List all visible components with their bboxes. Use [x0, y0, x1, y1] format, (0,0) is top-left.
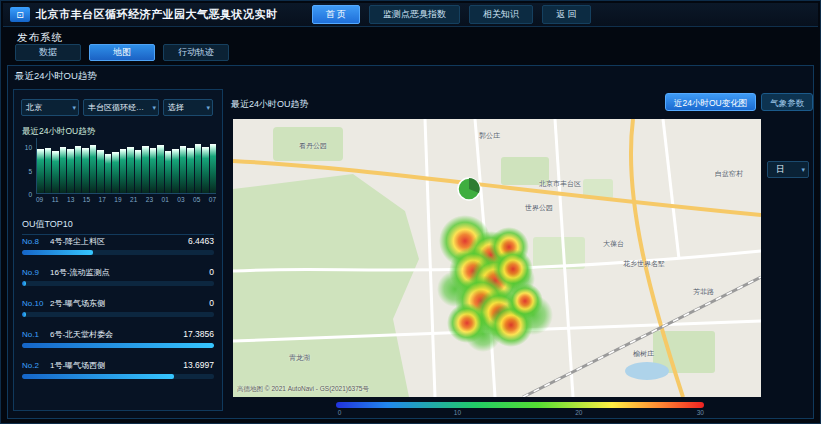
- city-select[interactable]: 北京 ▾: [21, 99, 79, 116]
- progress-track: [22, 250, 214, 255]
- heat-legend-gradient: [336, 402, 704, 408]
- map-label: 榆树庄: [633, 349, 654, 359]
- ou-value: 17.3856: [183, 329, 214, 339]
- station-name: 1号-曝气场西侧: [50, 360, 179, 371]
- trend-bars: [36, 138, 216, 194]
- view-tabs: 数据 地图 行动轨迹: [15, 44, 229, 61]
- chevron-down-icon: ▾: [72, 100, 76, 115]
- ou-change-chart-button[interactable]: 近24小时OU变化图: [665, 93, 756, 111]
- legend-tick: 10: [454, 409, 461, 416]
- left-panel: 北京 ▾ 丰台区循环经济产 ▾ 选择 ▾ 最近24小时OU趋势 1050 091…: [13, 89, 223, 411]
- station-name: 4号-降尘上料区: [50, 236, 184, 247]
- station-select[interactable]: 选择 ▾: [163, 99, 213, 116]
- district-select-value: 丰台区循环经济产: [88, 103, 152, 112]
- map-panel-title: 最近24小时OU趋势: [231, 98, 309, 111]
- top10-item: No.2 1号-曝气场西侧 13.6997: [22, 360, 214, 379]
- top10-item: No.8 4号-降尘上料区 6.4463: [22, 236, 214, 255]
- ou-value: 13.6997: [183, 360, 214, 370]
- main-panel-title: 最近24小时OU趋势: [15, 70, 97, 83]
- map-label: 看丹公园: [299, 141, 327, 151]
- chevron-down-icon: ▾: [152, 100, 156, 115]
- top10-item: No.1 6号-北天堂村委会 17.3856: [22, 329, 214, 348]
- nav-item-station-index[interactable]: 监测点恶臭指数: [369, 5, 460, 24]
- progress-fill: [22, 250, 93, 255]
- map-label: 北京市丰台区: [539, 179, 581, 189]
- ou-value: 6.4463: [188, 236, 214, 246]
- station-select-value: 选择: [168, 103, 184, 112]
- station-name: 6号-北天堂村委会: [50, 329, 179, 340]
- map-buttons: 近24小时OU变化图 气象参数: [665, 93, 813, 111]
- trend-x-axis: 091113151719212301030507: [36, 196, 216, 203]
- map-label: 白盆窑村: [715, 169, 743, 179]
- legend-tick: 20: [575, 409, 582, 416]
- legend-tick: 30: [697, 409, 704, 416]
- trend-chart-title: 最近24小时OU趋势: [22, 126, 95, 138]
- top10-list: No.8 4号-降尘上料区 6.4463 No.9 16号-流动监测点 0 No…: [22, 236, 214, 391]
- progress-fill: [22, 343, 214, 348]
- station-name: 16号-流动监测点: [50, 267, 205, 278]
- trend-chart: 1050 091113151719212301030507: [22, 138, 216, 210]
- top10-item: No.9 16号-流动监测点 0: [22, 267, 214, 286]
- tab-map[interactable]: 地图: [89, 44, 155, 61]
- main-nav: 首 页 监测点恶臭指数 相关知识 返 回: [312, 5, 591, 24]
- nav-item-knowledge[interactable]: 相关知识: [469, 5, 533, 24]
- progress-track: [22, 343, 214, 348]
- progress-fill: [22, 374, 174, 379]
- rank-label: No.8: [22, 237, 50, 246]
- heatmap-map[interactable]: 看丹公园 郭公庄 世界公园 北京市丰台区 白盆窑村 大葆台 花乡世界名墅 芳菲路…: [233, 119, 761, 397]
- station-name: 2号-曝气场东侧: [50, 298, 205, 309]
- filter-selects: 北京 ▾ 丰台区循环经济产 ▾ 选择 ▾: [21, 99, 213, 116]
- progress-track: [22, 281, 214, 286]
- weather-params-button[interactable]: 气象参数: [761, 93, 813, 111]
- top-bar: ⊡ 北京市丰台区循环经济产业园大气恶臭状况实时 首 页 监测点恶臭指数 相关知识…: [3, 3, 818, 27]
- trend-y-axis: 1050: [22, 138, 34, 194]
- progress-fill: [22, 281, 26, 286]
- pie-marker: [458, 178, 480, 200]
- progress-track: [22, 374, 214, 379]
- map-label: 花乡世界名墅: [623, 259, 665, 269]
- rank-label: No.2: [22, 361, 50, 370]
- top10-item: No.10 2号-曝气场东侧 0: [22, 298, 214, 317]
- city-select-value: 北京: [26, 103, 42, 112]
- period-select[interactable]: 日 ▾: [767, 161, 809, 178]
- progress-track: [22, 312, 214, 317]
- app-logo-icon: ⊡: [10, 7, 30, 22]
- district-select[interactable]: 丰台区循环经济产 ▾: [83, 99, 159, 116]
- map-label: 郭公庄: [479, 131, 500, 141]
- publish-system-label: 发布系统: [17, 31, 63, 45]
- rank-label: No.10: [22, 299, 50, 308]
- chevron-down-icon: ▾: [801, 162, 805, 177]
- tab-data[interactable]: 数据: [15, 44, 81, 61]
- tab-track[interactable]: 行动轨迹: [163, 44, 229, 61]
- nav-item-home[interactable]: 首 页: [312, 5, 361, 24]
- chevron-down-icon: ▾: [206, 100, 210, 115]
- map-label: 青龙湖: [289, 353, 310, 363]
- top10-title: OU值TOP10: [22, 218, 214, 235]
- map-canvas: [233, 119, 761, 397]
- heat-legend-ticks: 0 10 20 30: [336, 409, 704, 419]
- map-label: 芳菲路: [693, 287, 714, 297]
- map-attribution: 高德地图 © 2021 AutoNavi - GS(2021)6375号: [237, 385, 369, 394]
- rank-label: No.1: [22, 330, 50, 339]
- ou-value: 0: [209, 267, 214, 277]
- progress-fill: [22, 312, 26, 317]
- map-label: 世界公园: [525, 203, 553, 213]
- map-label: 大葆台: [603, 239, 624, 249]
- legend-tick: 0: [338, 409, 342, 416]
- rank-label: No.9: [22, 268, 50, 277]
- app-title: 北京市丰台区循环经济产业园大气恶臭状况实时: [36, 7, 278, 22]
- nav-item-back[interactable]: 返 回: [542, 5, 591, 24]
- period-select-value: 日: [776, 164, 785, 174]
- ou-value: 0: [209, 298, 214, 308]
